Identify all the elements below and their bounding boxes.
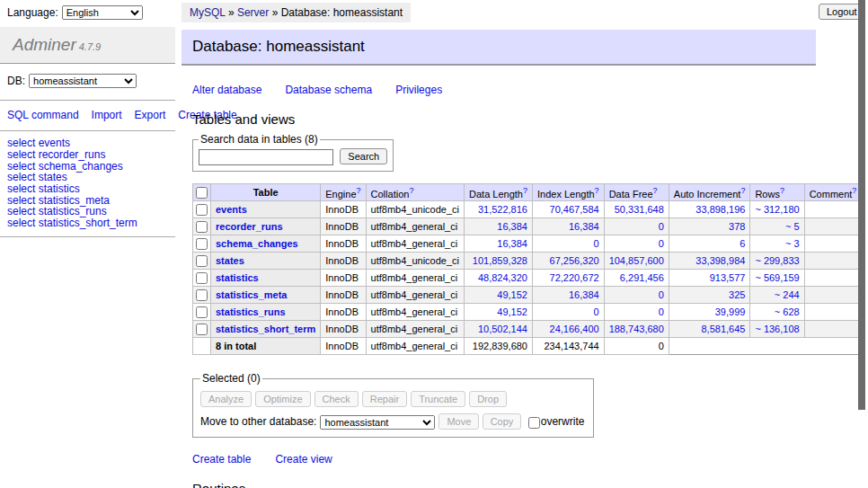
rows-count-link[interactable]: ~ 244 bbox=[775, 289, 800, 300]
data-length-link[interactable]: 16,384 bbox=[497, 221, 527, 232]
select-all-checkbox[interactable] bbox=[196, 187, 208, 199]
data-length-link[interactable]: 49,152 bbox=[497, 306, 527, 317]
analyze-button[interactable]: Analyze bbox=[200, 391, 252, 407]
table-name-link[interactable]: statistics_short_term bbox=[216, 324, 315, 334]
rows-count-link[interactable]: ~ 312,180 bbox=[755, 204, 799, 215]
search-fieldset: Search data in tables (8) Search bbox=[192, 133, 394, 172]
index-length-link[interactable]: 0 bbox=[594, 306, 599, 317]
vertical-scrollbar[interactable] bbox=[858, 0, 865, 410]
index-length-link[interactable]: 72,220,672 bbox=[550, 272, 599, 283]
data-length-link[interactable]: 49,152 bbox=[497, 289, 527, 300]
alter-database-link[interactable]: Alter database bbox=[192, 84, 261, 96]
rows-count-link[interactable]: ~ 569,159 bbox=[755, 272, 799, 283]
row-checkbox[interactable] bbox=[196, 272, 208, 284]
data-free-link[interactable]: 0 bbox=[659, 238, 664, 249]
data-length-link[interactable]: 101,859,328 bbox=[473, 255, 527, 266]
data-free-link[interactable]: 104,857,600 bbox=[609, 255, 664, 266]
collation-help-link[interactable]: ? bbox=[409, 186, 413, 195]
table-name-link[interactable]: recorder_runs bbox=[216, 221, 283, 232]
search-button[interactable]: Search bbox=[340, 148, 387, 164]
table-row: states InnoDB utf8mb4_unicode_ci 101,859… bbox=[193, 253, 862, 270]
rows-count-link[interactable]: ~ 628 bbox=[775, 306, 800, 317]
auto-increment-help-link[interactable]: ? bbox=[740, 186, 745, 195]
search-input[interactable] bbox=[199, 149, 333, 165]
overwrite-checkbox[interactable] bbox=[528, 417, 540, 429]
data-free-link[interactable]: 0 bbox=[659, 221, 664, 232]
data-free-link[interactable]: 50,331,648 bbox=[615, 204, 664, 215]
table-name-link[interactable]: statistics_meta bbox=[216, 289, 288, 300]
create-view-link[interactable]: Create view bbox=[275, 453, 332, 466]
index-length-link[interactable]: 70,467,584 bbox=[550, 204, 599, 215]
data-free-link[interactable]: 188,743,680 bbox=[609, 324, 664, 334]
rows-count-link[interactable]: ~ 299,833 bbox=[755, 255, 799, 266]
move-db-select[interactable]: homeassistant bbox=[320, 415, 435, 430]
breadcrumb-mysql-link[interactable]: MySQL bbox=[190, 6, 226, 19]
database-schema-link[interactable]: Database schema bbox=[285, 84, 372, 96]
truncate-button[interactable]: Truncate bbox=[411, 391, 465, 407]
table-name-link[interactable]: statistics bbox=[216, 272, 259, 283]
repair-button[interactable]: Repair bbox=[362, 391, 407, 407]
data-free-link[interactable]: 0 bbox=[659, 306, 664, 317]
auto-increment-link[interactable]: 913,577 bbox=[710, 272, 746, 283]
auto-increment-link[interactable]: 39,999 bbox=[715, 306, 746, 317]
index-length-link[interactable]: 16,384 bbox=[569, 289, 599, 300]
comment-cell bbox=[804, 218, 862, 235]
drop-button[interactable]: Drop bbox=[469, 391, 507, 407]
auto-increment-link[interactable]: 33,898,196 bbox=[695, 204, 745, 215]
comment-help-link[interactable]: ? bbox=[852, 186, 856, 195]
auto-increment-link[interactable]: 8,581,645 bbox=[701, 324, 745, 334]
data-free-help-link[interactable]: ? bbox=[653, 186, 658, 195]
language-select[interactable]: English bbox=[62, 5, 143, 20]
table-name-link[interactable]: states bbox=[216, 255, 244, 266]
auto-increment-link[interactable]: 6 bbox=[740, 238, 745, 249]
rows-help-link[interactable]: ? bbox=[780, 186, 784, 195]
rows-count-link[interactable]: ~ 5 bbox=[785, 221, 800, 232]
row-checkbox[interactable] bbox=[196, 324, 208, 335]
auto-increment-link[interactable]: 325 bbox=[729, 289, 745, 300]
create-table-link[interactable]: Create table bbox=[192, 453, 251, 466]
sidebar-item-select-statistics-short-term[interactable]: select statistics_short_term bbox=[7, 217, 168, 229]
check-button[interactable]: Check bbox=[314, 391, 359, 407]
data-length-help-link[interactable]: ? bbox=[523, 186, 527, 195]
optimize-button[interactable]: Optimize bbox=[255, 391, 310, 407]
row-checkbox[interactable] bbox=[196, 204, 208, 216]
table-name-link[interactable]: schema_changes bbox=[216, 238, 298, 249]
adminer-name[interactable]: Adminer bbox=[13, 35, 76, 54]
db-select[interactable]: homeassistant bbox=[29, 74, 137, 88]
table-name-link[interactable]: statistics_runs bbox=[216, 306, 286, 317]
data-length-link[interactable]: 10,502,144 bbox=[478, 324, 527, 334]
sql-command-link[interactable]: SQL command bbox=[7, 109, 79, 121]
rows-count-link[interactable]: ~ 136,108 bbox=[755, 324, 799, 334]
copy-button[interactable]: Copy bbox=[483, 413, 522, 430]
sidebar-item-select-recorder-runs[interactable]: select recorder_runs bbox=[7, 149, 168, 161]
data-length-link[interactable]: 48,824,320 bbox=[478, 272, 527, 283]
privileges-link[interactable]: Privileges bbox=[395, 84, 442, 96]
row-checkbox[interactable] bbox=[196, 255, 208, 267]
create-links: Create tableCreate view bbox=[192, 453, 816, 466]
rows-count-link[interactable]: ~ 3 bbox=[785, 238, 800, 249]
row-checkbox[interactable] bbox=[196, 221, 208, 233]
row-checkbox[interactable] bbox=[196, 289, 208, 301]
index-length-help-link[interactable]: ? bbox=[595, 186, 599, 195]
row-checkbox[interactable] bbox=[196, 306, 208, 318]
table-name-link[interactable]: events bbox=[216, 204, 247, 215]
auto-increment-link[interactable]: 33,398,984 bbox=[695, 255, 745, 266]
export-link[interactable]: Export bbox=[135, 109, 166, 121]
import-link[interactable]: Import bbox=[92, 109, 122, 121]
auto-increment-link[interactable]: 378 bbox=[729, 221, 745, 232]
data-free-link[interactable]: 0 bbox=[659, 289, 664, 300]
data-length-link[interactable]: 16,384 bbox=[497, 238, 527, 249]
row-checkbox[interactable] bbox=[196, 238, 208, 250]
sidebar-item-select-statistics[interactable]: select statistics bbox=[7, 183, 168, 195]
index-length-link[interactable]: 24,166,400 bbox=[550, 324, 599, 334]
index-length-link[interactable]: 16,384 bbox=[569, 221, 599, 232]
sidebar-item-select-events[interactable]: select events bbox=[7, 138, 168, 149]
index-length-link[interactable]: 67,256,320 bbox=[550, 255, 599, 266]
breadcrumb-server-link[interactable]: Server bbox=[237, 6, 269, 19]
data-free-link[interactable]: 6,291,456 bbox=[620, 272, 664, 283]
index-length-link[interactable]: 0 bbox=[594, 238, 599, 249]
data-length-link[interactable]: 31,522,816 bbox=[478, 204, 527, 215]
column-header-collation: Collation? bbox=[366, 183, 464, 201]
engine-help-link[interactable]: ? bbox=[357, 186, 361, 195]
move-button[interactable]: Move bbox=[438, 413, 479, 430]
